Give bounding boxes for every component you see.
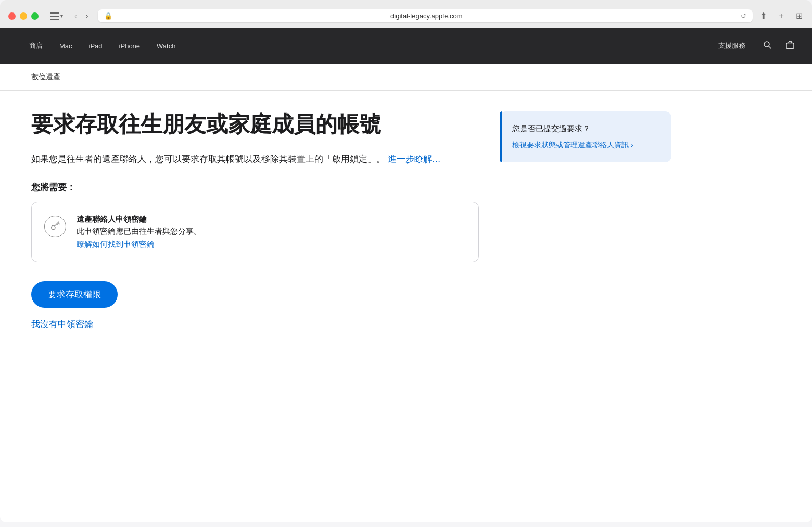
url-text: digital-legacy.apple.com (117, 12, 737, 20)
nav-items: 商店 Mac iPad iPhone Watch (21, 28, 710, 64)
svg-rect-2 (786, 43, 794, 49)
reload-button[interactable]: ↺ (741, 12, 746, 20)
nav-right: 支援服務 (710, 28, 800, 64)
main-content: 要求存取往生朋友或家庭成員的帳號 如果您是往生者的遺產聯絡人，您可以要求存取其帳… (0, 91, 812, 517)
browser-window: 商店 Mac iPad iPhone Watch 支援服務 數位遺 (0, 28, 812, 522)
nav-item-support[interactable]: 支援服務 (710, 28, 754, 64)
requirement-title: 遺產聯絡人申領密鑰 (77, 215, 201, 224)
new-tab-button[interactable]: ＋ (776, 9, 786, 22)
nav-arrows: ‹ › (71, 10, 92, 22)
find-key-link[interactable]: 瞭解如何找到申領密鑰 (77, 240, 155, 248)
chevron-down-icon: ▾ (60, 13, 63, 19)
tab-overview-button[interactable]: ⊞ (795, 10, 804, 22)
content-right: 您是否已提交過要求？ 檢視要求狀態或管理遺產聯絡人資訊 › (500, 111, 671, 496)
no-key-link[interactable]: 我沒有申領密鑰 (31, 318, 479, 330)
nav-item-iphone[interactable]: iPhone (111, 28, 148, 64)
breadcrumb: 數位遺產 (0, 64, 812, 91)
section-label: 您將需要： (31, 181, 479, 193)
sidebar-card-title: 您是否已提交過要求？ (512, 124, 659, 134)
learn-more-link[interactable]: 進一步瞭解… (388, 154, 441, 164)
traffic-lights (8, 12, 39, 20)
share-button[interactable]: ⬆ (759, 10, 768, 22)
nav-item-watch[interactable]: Watch (148, 28, 184, 64)
shield-icon: 🔒 (104, 12, 112, 20)
back-button[interactable]: ‹ (71, 10, 80, 22)
forward-button[interactable]: › (82, 10, 91, 22)
requirement-description: 此申領密鑰應已由往生者與您分享。 (77, 227, 201, 236)
sidebar-toggle-button[interactable]: ▾ (50, 12, 63, 20)
content-left: 要求存取往生朋友或家庭成員的帳號 如果您是往生者的遺產聯絡人，您可以要求存取其帳… (31, 111, 479, 496)
browser-actions: ⬆ ＋ ⊞ (759, 9, 804, 22)
nav-item-store[interactable]: 商店 (21, 28, 51, 64)
sidebar-card-accent (500, 111, 502, 162)
browser-chrome: ▾ ‹ › 🔒 digital-legacy.apple.com ↺ ⬆ ＋ ⊞ (0, 0, 812, 28)
nav-item-mac[interactable]: Mac (51, 28, 81, 64)
page-description: 如果您是往生者的遺產聯絡人，您可以要求存取其帳號以及移除其裝置上的「啟用鎖定」。… (31, 152, 479, 166)
bag-button[interactable] (781, 38, 800, 54)
svg-line-6 (57, 224, 58, 225)
address-bar[interactable]: 🔒 digital-legacy.apple.com ↺ (98, 9, 753, 22)
key-icon (44, 216, 66, 237)
nav-item-ipad[interactable]: iPad (81, 28, 111, 64)
requirement-box: 遺產聯絡人申領密鑰 此申領密鑰應已由往生者與您分享。 瞭解如何找到申領密鑰 (31, 202, 479, 262)
close-button[interactable] (8, 12, 16, 20)
apple-navigation: 商店 Mac iPad iPhone Watch 支援服務 (0, 28, 812, 64)
minimize-button[interactable] (20, 12, 27, 20)
sidebar-card-link[interactable]: 檢視要求狀態或管理遺產聯絡人資訊 › (512, 141, 633, 149)
svg-line-5 (58, 222, 60, 224)
fullscreen-button[interactable] (31, 12, 39, 20)
request-access-button[interactable]: 要求存取權限 (31, 281, 118, 308)
requirement-content: 遺產聯絡人申領密鑰 此申領密鑰應已由往生者與您分享。 瞭解如何找到申領密鑰 (77, 215, 201, 249)
sidebar-card: 您是否已提交過要求？ 檢視要求狀態或管理遺產聯絡人資訊 › (500, 111, 671, 162)
svg-line-1 (769, 46, 771, 48)
svg-line-4 (55, 221, 59, 225)
breadcrumb-text: 數位遺產 (31, 72, 60, 81)
page-title: 要求存取往生朋友或家庭成員的帳號 (31, 111, 479, 137)
svg-point-3 (52, 225, 55, 229)
search-button[interactable] (758, 39, 777, 53)
